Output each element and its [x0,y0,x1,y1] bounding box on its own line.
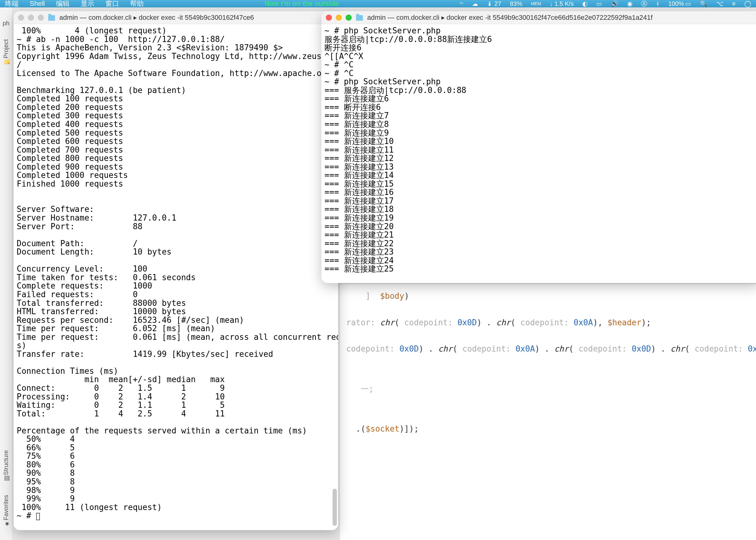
menubar-app[interactable]: 终端 [5,0,19,8]
maximize-button[interactable] [38,15,44,21]
notification-icon[interactable]: ≡ [732,0,736,7]
terminal-window-left[interactable]: admin — com.docker.cli ▸ docker exec -it… [14,11,338,530]
wifi-icon[interactable]: ⌔ [460,0,463,7]
minimize-button[interactable] [336,15,342,21]
menubar: 终端 Shell 编辑 显示 窗口 帮助 Now I'm on the outs… [0,0,756,7]
terminal-window-right[interactable]: admin — com.docker.cli ▸ docker exec -it… [321,11,756,283]
ide-sidebar: ph 📁 Project ▤ Structure ★ Favorites [0,7,12,540]
mem-label: MEM [531,1,541,6]
ide-tab-favorites[interactable]: ★ Favorites [2,495,10,528]
net-down: ↓ 1.5 K/s [549,0,574,7]
close-button[interactable] [326,15,332,21]
titlebar-left[interactable]: admin — com.docker.cli ▸ docker exec -it… [14,11,338,24]
maximize-button[interactable] [346,15,352,21]
now-playing: Now I'm on the outside [155,0,448,8]
spotlight-icon[interactable]: 🔍 [700,0,707,7]
menubar-status-right: ⌔ ☁︎ 🌡 27 83% MEM ↓ 1.5 K/s ◐ ▭ 🔊 ◉ Ⓐ ᚼ … [460,0,751,8]
traffic-lights-right[interactable] [326,15,352,21]
cpu-readout: 83% [510,0,522,7]
structure-icon: ▤ [3,477,9,482]
close-button[interactable] [18,15,24,21]
control-center-icon[interactable]: ⌥ [716,0,723,7]
bluetooth-icon[interactable]: ᚼ [656,0,660,7]
terminal-output-left[interactable]: 100% 4 (longest request) ~ # ab -n 1000 … [14,24,338,530]
ide-tab-structure[interactable]: ▤ Structure [2,450,10,482]
terminal-output-right[interactable]: ~ # php SocketServer.php 服务器启动|tcp://0.0… [321,24,756,283]
folder-icon [48,15,55,21]
window-title-left: admin — com.docker.cli ▸ docker exec -it… [59,14,334,22]
titlebar-right[interactable]: admin — com.docker.cli ▸ docker exec -it… [321,11,756,24]
minimize-button[interactable] [28,15,34,21]
menubar-item-help[interactable]: 帮助 [130,0,144,8]
star-icon: ★ [3,522,9,528]
screenrec-icon[interactable]: ◉ [627,0,632,7]
scrollbar-thumb[interactable] [333,489,337,526]
sound-icon[interactable]: 🔊 [611,0,618,7]
ide-tab-project[interactable]: 📁 Project [2,39,10,66]
editor-pane[interactable]: ] $body) rator: chr( codepoint: 0x0D) . … [340,284,756,540]
do-not-disturb-icon[interactable]: ◐ [582,0,588,7]
siri-icon[interactable]: ◯ [744,0,751,7]
cloud-icon[interactable]: ☁︎ [472,0,478,7]
battery-readout: 100% ▭ [668,0,691,7]
ide-tab-ph[interactable]: ph [2,20,9,27]
appstore-icon[interactable]: Ⓐ [641,0,647,8]
folder-icon [356,15,363,21]
menubar-item-window[interactable]: 窗口 [105,0,119,8]
window-title-right: admin — com.docker.cli ▸ docker exec -it… [367,14,756,22]
menubar-item-shell[interactable]: Shell [30,0,45,8]
menubar-item-edit[interactable]: 编辑 [56,0,70,8]
traffic-lights-left[interactable] [18,15,44,21]
folder-icon: 📁 [3,60,9,66]
display-icon[interactable]: ▭ [596,0,602,7]
menubar-item-view[interactable]: 显示 [81,0,94,8]
temperature-readout: 🌡 27 [487,0,501,7]
